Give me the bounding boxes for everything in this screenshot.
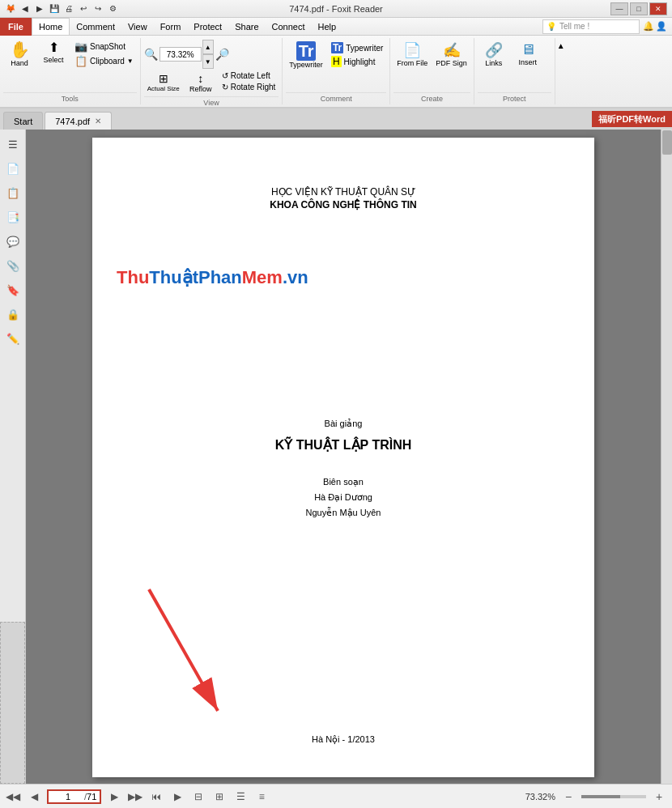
reflow-button[interactable]: ↕ Reflow xyxy=(186,70,215,95)
select-button[interactable]: ⬆ Select xyxy=(37,40,70,66)
typewriter-button[interactable]: Tr Typewriter xyxy=(286,40,326,70)
snapshot-button[interactable]: 📷 SnapShot xyxy=(71,40,137,53)
share-menu[interactable]: Share xyxy=(228,18,265,36)
hand-icon: ✋ xyxy=(10,41,30,57)
links-button[interactable]: 🔗 Links xyxy=(478,40,510,69)
zoom-down-button[interactable]: ▼ xyxy=(202,54,214,69)
sidebar-tool-page[interactable]: 📄 xyxy=(3,159,23,178)
pdf-sign-icon: ✍ xyxy=(443,41,461,59)
zoom-input[interactable]: 73.32% xyxy=(159,47,202,62)
connect-menu[interactable]: Connect xyxy=(266,18,312,36)
nav-back-icon[interactable]: ◀ xyxy=(19,3,31,15)
clipboard-dropdown-icon[interactable]: ▼ xyxy=(127,57,134,65)
view-mode-4[interactable]: ≡ xyxy=(253,789,270,805)
sidebar-tool-menu[interactable]: ☰ xyxy=(3,134,23,154)
actual-size-button[interactable]: ⊞ Actual Size xyxy=(144,70,183,95)
page-total: 71 xyxy=(87,792,96,802)
insert-button[interactable]: 🖥 Insert xyxy=(512,40,544,68)
status-bar: ◀◀ ◀ / 71 ▶ ▶▶ ⏮ ▶ ⊟ ⊞ ☰ ≡ 73.32% − + xyxy=(0,784,672,808)
maximize-button[interactable]: □ xyxy=(630,2,648,15)
hand-button[interactable]: ✋ Hand xyxy=(3,40,36,69)
sidebar-tool-edit[interactable]: ✏️ xyxy=(3,329,23,348)
protect-menu[interactable]: Protect xyxy=(187,18,228,36)
zoom-in-button[interactable]: + xyxy=(651,789,667,805)
settings-icon[interactable]: ⚙ xyxy=(107,3,118,15)
watermark-mem: Mem xyxy=(242,267,283,287)
sidebar-tool-signatures[interactable]: 🔖 xyxy=(3,280,23,300)
pdf-tab[interactable]: 7474.pdf ✕ xyxy=(45,112,112,130)
file-menu[interactable]: File xyxy=(0,18,32,36)
ribbon-collapse-button[interactable]: ▲ xyxy=(555,40,567,52)
highlight-button[interactable]: H Highlight xyxy=(328,55,386,68)
typewriter-sm-button[interactable]: Tr Typewriter xyxy=(328,41,386,54)
zoom-in-icon[interactable]: 🔎 xyxy=(215,48,229,61)
tell-me-input[interactable]: 💡 Tell me ! xyxy=(542,19,640,34)
pdf-view-area: ThuThuậtPhanMem.vn HỌC VIỆN KỸ THUẬT QUÂ… xyxy=(26,130,661,784)
zoom-out-icon[interactable]: 🔍 xyxy=(144,48,158,61)
links-icon: 🔗 xyxy=(485,41,503,59)
prev-page-button[interactable]: ◀ xyxy=(26,789,42,805)
scroll-bar[interactable] xyxy=(661,130,672,784)
snapshot-label: SnapShot xyxy=(90,42,125,51)
close-button[interactable]: ✕ xyxy=(649,2,667,15)
minimize-button[interactable]: — xyxy=(610,2,628,15)
tools-group-label: Tools xyxy=(3,92,137,104)
page-number-input[interactable] xyxy=(52,792,84,802)
lightbulb-icon: 💡 xyxy=(547,22,556,31)
zoom-up-button[interactable]: ▲ xyxy=(202,40,214,54)
scroll-thumb[interactable] xyxy=(662,130,672,155)
user-icon[interactable]: 👤 xyxy=(656,21,667,32)
pdf-main-content: Bài giảng KỸ THUẬT LẬP TRÌNH Biên soạn H… xyxy=(275,219,412,718)
tools-group: ✋ Hand ⬆ Select 📷 SnapShot 📋 Clipboard ▼… xyxy=(0,38,141,104)
sidebar-tool-comments[interactable]: 💬 xyxy=(3,232,23,251)
last-page-button[interactable]: ▶▶ xyxy=(127,789,143,805)
sidebar-tool-bookmarks[interactable]: 📑 xyxy=(3,207,23,227)
help-menu[interactable]: Help xyxy=(312,18,343,36)
start-tab[interactable]: Start xyxy=(3,112,43,130)
comment-menu[interactable]: Comment xyxy=(70,18,121,36)
svg-line-1 xyxy=(149,589,218,711)
home-menu[interactable]: Home xyxy=(32,18,70,36)
print-icon[interactable]: 🖨 xyxy=(63,3,74,15)
rewind-button[interactable]: ⏮ xyxy=(148,789,164,805)
pdf-sign-label: PDF Sign xyxy=(436,59,467,67)
rotate-left-button[interactable]: ↺ Rotate Left xyxy=(219,70,279,81)
clipboard-button[interactable]: 📋 Clipboard ▼ xyxy=(71,54,137,68)
insert-label: Insert xyxy=(519,58,538,66)
view-mode-3[interactable]: ☰ xyxy=(232,789,249,805)
highlight-icon: H xyxy=(331,56,342,67)
pdf-tab-close[interactable]: ✕ xyxy=(95,117,101,125)
next-page-button[interactable]: ▶ xyxy=(106,789,122,805)
app-icon: 🦊 xyxy=(5,3,16,15)
hand-label: Hand xyxy=(11,59,28,67)
nav-fwd-icon[interactable]: ▶ xyxy=(34,3,45,15)
protect-group-label: Protect xyxy=(478,92,551,104)
ad-banner[interactable]: 福昕PDF转Word xyxy=(592,111,672,127)
save-icon[interactable]: 💾 xyxy=(49,3,60,15)
redo-icon[interactable]: ↪ xyxy=(92,3,104,15)
sidebar-tool-attachments[interactable]: 📎 xyxy=(3,256,23,275)
typewriter-sm-icon: Tr xyxy=(331,42,343,53)
view-mode-2[interactable]: ⊞ xyxy=(211,789,228,805)
pdf-sign-button[interactable]: ✍ PDF Sign xyxy=(432,40,470,69)
watermark-thuat: Thuật xyxy=(149,267,198,287)
rotate-right-button[interactable]: ↻ Rotate Right xyxy=(219,82,279,92)
notification-icon[interactable]: 🔔 xyxy=(643,21,654,32)
form-menu[interactable]: Form xyxy=(154,18,188,36)
pdf-department: KHOA CÔNG NGHỆ THÔNG TIN xyxy=(270,199,417,211)
view-group-content: 🔍 73.32% ▲ ▼ 🔎 ⊞ Actual Size ↕ Refl xyxy=(144,38,279,95)
view-mode-1[interactable]: ⊟ xyxy=(190,789,206,805)
typewriter-sm-label: Typewriter xyxy=(346,44,383,53)
undo-icon[interactable]: ↩ xyxy=(78,3,89,15)
sidebar-tool-security[interactable]: 🔒 xyxy=(3,304,23,324)
select-label: Select xyxy=(43,56,63,64)
from-file-button[interactable]: 📄 From File xyxy=(393,40,431,69)
first-page-button[interactable]: ◀◀ xyxy=(5,789,21,805)
view-menu[interactable]: View xyxy=(121,18,154,36)
zoom-out-button[interactable]: − xyxy=(560,789,576,805)
zoom-control[interactable]: 73.32% ▲ ▼ xyxy=(159,40,214,69)
play-button[interactable]: ▶ xyxy=(169,789,185,805)
zoom-slider[interactable] xyxy=(581,795,646,798)
sidebar-tool-layers[interactable]: 📋 xyxy=(3,183,23,202)
reflow-label: Reflow xyxy=(189,85,212,93)
